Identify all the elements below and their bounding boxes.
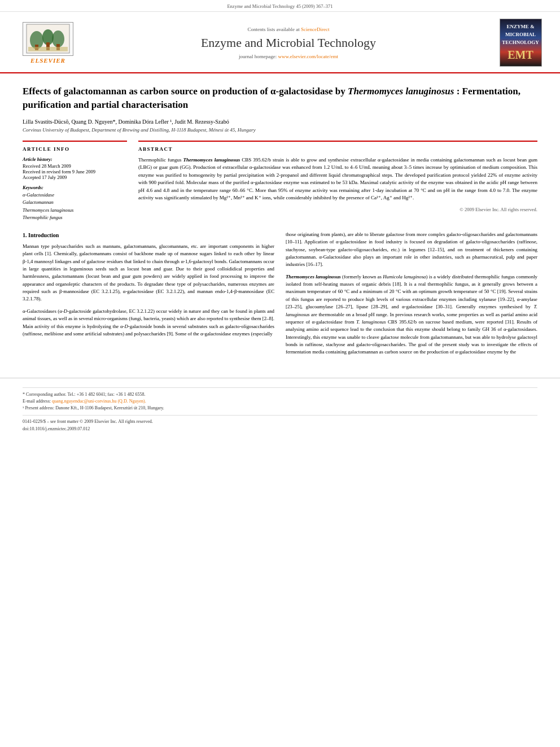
homepage-label: journal homepage: [239,54,277,59]
corresponding-footnote: * Corresponding author. Tel.: +36 1 482 … [23,391,537,398]
abstract-organism: Thermomyces lanuginosus [183,157,240,163]
journal-citation: Enzyme and Microbial Technology 45 (2009… [227,3,333,9]
article-info-heading: ARTICLE INFO [23,146,127,152]
keywords-label: Keywords: [23,185,127,190]
sciencedirect-link[interactable]: ScienceDirect [301,27,329,32]
keyword-4: Thermophilic fungus [23,214,127,222]
authors-text: Lilla Svastits-Dücsõ, Quang D. Nguyen*, … [23,119,229,125]
journal-center: Contents lists available at ScienceDirec… [79,27,498,59]
title-part1: Effects of galactomannan as carbon sourc… [23,86,345,97]
history-label: Article history: [23,156,127,162]
intro-para2: α-Galactosidases (α-D-galactoside galact… [23,308,274,338]
elsevier-logo-image [23,22,73,56]
keyword-2: Galactomannan [23,199,127,207]
footer-divider2 [23,415,537,416]
contents-text: Contents lists available at [248,27,300,32]
footer-section: * Corresponding author. Tel.: +36 1 482 … [0,378,560,436]
right-para2: Thermomyces lanuginosus (formerly known … [286,273,537,356]
footer-divider [23,387,537,388]
email-label: E-mail address: [23,399,51,404]
homepage-url[interactable]: www.elsevier.com/locate/emt [278,54,338,59]
elsevier-logo: ELSEVIER [17,22,79,64]
keyword-1: α-Galactosidase [23,191,127,199]
copyright-line: © 2009 Elsevier Inc. All rights reserved… [138,207,537,212]
svg-rect-7 [28,47,68,51]
abstract-text: Thermophilic fungus Thermomyces lanugino… [138,156,537,202]
journal-title: Enzyme and Microbial Technology [90,36,487,50]
journal-header: ELSEVIER Contents lists available at Sci… [0,12,560,73]
footnote1: ¹ Present address: Danone Kft., H-1106 B… [23,405,537,412]
article-affiliation: Corvinus University of Budapest, Departm… [23,127,537,133]
page-container: Enzyme and Microbial Technology 45 (2009… [0,0,560,436]
elsevier-text: ELSEVIER [30,57,65,64]
keyword-3: Thermomyces lanuginosus [23,207,127,215]
organism-name: Thermomyces lanuginosus [286,274,341,279]
abstract-heading: ABSTRACT [138,146,537,152]
title-italic: Thermomyces lanuginosus [348,86,454,97]
body-col-left: 1. Introduction Mannan type polysacchari… [23,231,274,361]
body-two-col: 1. Introduction Mannan type polysacchari… [23,231,537,361]
doi-line: doi:10.1016/j.enzmictec.2009.07.012 [23,426,537,431]
article-info-abstract: ARTICLE INFO Article history: Received 2… [23,141,537,222]
abstract-col: ABSTRACT Thermophilic fungus Thermomyces… [138,141,537,222]
article-authors: Lilla Svastits-Dücsõ, Quang D. Nguyen*, … [23,119,537,125]
body-col-right: those originating from plants), are able… [286,231,537,361]
right-para1: those originating from plants), are able… [286,231,537,269]
received-date: Received 28 March 2009 [23,163,127,169]
cover-image: ENZYME & MICROBIAL TECHNOLOGY EMT [500,19,542,67]
corresponding-text: * Corresponding author. Tel.: +36 1 482 … [23,392,145,397]
intro-para1: Mannan type polysaccharides such as mann… [23,243,274,303]
journal-cover: ENZYME & MICROBIAL TECHNOLOGY EMT [498,19,543,67]
article-title: Effects of galactomannan as carbon sourc… [23,85,537,112]
revised-date: Received in revised form 9 June 2009 [23,169,127,174]
issn-line: 0141-0229/$ – see front matter © 2009 El… [23,419,537,424]
top-bar: Enzyme and Microbial Technology 45 (2009… [0,0,560,12]
article-content: Effects of galactomannan as carbon sourc… [0,73,560,372]
journal-homepage: journal homepage: www.elsevier.com/locat… [90,54,487,59]
keywords-section: Keywords: α-Galactosidase Galactomannan … [23,185,127,222]
sciencedirect-line: Contents lists available at ScienceDirec… [90,27,487,32]
accepted-date: Accepted 17 July 2009 [23,174,127,180]
intro-section-title: 1. Introduction [23,231,274,239]
article-info-col: ARTICLE INFO Article history: Received 2… [23,141,127,222]
cover-abbr: EMT [508,49,533,62]
email-value: quang.nguyenduc@uni-corvinus.hu (Q.D. Ng… [52,399,146,404]
email-footnote: E-mail address: quang.nguyenduc@uni-corv… [23,398,537,405]
